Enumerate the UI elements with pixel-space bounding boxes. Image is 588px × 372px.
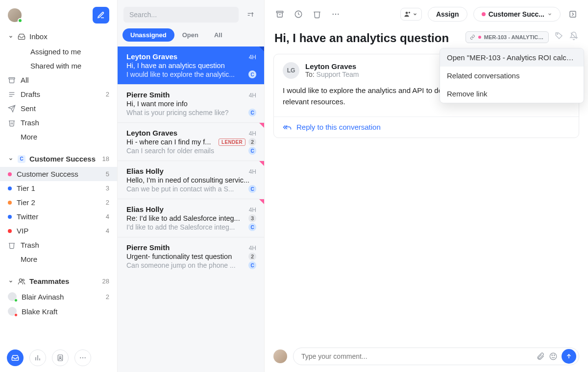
snooze-button[interactable] <box>292 8 305 21</box>
tab-open[interactable]: Open <box>174 28 206 42</box>
chevron-down-icon <box>8 279 14 284</box>
sidebar-item-cs-twitter[interactable]: Twitter4 <box>0 209 117 224</box>
sidebar-item-shared[interactable]: Shared with me <box>0 59 117 73</box>
reply-button[interactable]: Reply to this conversation <box>274 116 579 138</box>
sidebar-item-sent[interactable]: Sent <box>0 101 117 116</box>
chevron-down-icon <box>547 12 552 17</box>
svg-point-14 <box>82 357 83 358</box>
contacts-button[interactable] <box>52 349 69 366</box>
sidebar-item-all[interactable]: All <box>0 73 117 87</box>
thread-count: 3 <box>248 214 256 222</box>
assignee-dropdown[interactable] <box>400 8 422 21</box>
color-dot-icon <box>8 186 12 190</box>
thread-from: Leyton Graves <box>126 52 177 61</box>
more-icon <box>331 10 340 19</box>
channel-badge: C <box>248 109 256 116</box>
drafts-icon <box>8 91 16 98</box>
sidebar-section-inbox[interactable]: Inbox <box>0 28 117 45</box>
inbox-button[interactable] <box>7 349 24 366</box>
comment-input[interactable] <box>301 352 557 360</box>
sidebar-item-teammate[interactable]: Blake Kraft <box>0 304 117 319</box>
sidebar-section-customer-success[interactable]: C Customer Success 18 <box>0 151 117 167</box>
trash-icon <box>8 119 16 127</box>
sidebar-item-cs-vip[interactable]: VIP4 <box>0 224 117 238</box>
thread-from: Pierre Smith <box>126 243 170 252</box>
expand-button[interactable] <box>566 8 579 21</box>
svg-point-6 <box>19 279 22 281</box>
sidebar-item-trash[interactable]: Trash <box>0 116 117 130</box>
sidebar-item-cs-trash[interactable]: Trash <box>0 238 117 252</box>
trash-icon <box>313 10 321 19</box>
analytics-button[interactable] <box>29 349 46 366</box>
archive-button[interactable] <box>273 8 286 21</box>
sort-button[interactable] <box>243 7 258 23</box>
compose-button[interactable] <box>93 7 109 23</box>
channel-badge: C <box>248 147 256 155</box>
more-button[interactable] <box>74 349 91 366</box>
svg-point-7 <box>22 279 24 281</box>
search-input[interactable] <box>123 7 239 23</box>
sidebar-item-cs-tier-1[interactable]: Tier 13 <box>0 181 117 195</box>
linked-item-pill[interactable]: MER-103 - ANALYTICS R... <box>466 31 549 43</box>
send-button[interactable] <box>562 349 576 364</box>
thread-time: 4H <box>249 54 256 61</box>
toolbar-more-button[interactable] <box>329 8 342 21</box>
sidebar-bottom-bar <box>0 344 117 372</box>
sidebar-item-more[interactable]: More <box>0 130 117 144</box>
sent-icon <box>8 105 16 113</box>
inbox-selector[interactable]: Customer Succ... <box>473 7 561 22</box>
color-dot-icon <box>8 172 12 176</box>
sidebar-item-cs-more[interactable]: More <box>0 252 117 266</box>
inbox-icon <box>18 33 25 41</box>
thread-preview: Can someone jump on the phone ... <box>126 261 245 269</box>
dropdown-item-open[interactable]: Open "MER-103 - Analytics ROI calculat..… <box>440 48 584 67</box>
link-icon <box>470 34 475 40</box>
svg-point-24 <box>406 12 408 14</box>
delete-button[interactable] <box>311 8 323 21</box>
sidebar-item-cs-customer-success[interactable]: Customer Success5 <box>0 167 117 181</box>
subscribe-button[interactable] <box>569 31 578 40</box>
svg-point-27 <box>557 34 558 35</box>
archive-icon <box>275 10 284 19</box>
inbox-icon <box>11 354 19 362</box>
channel-badge: C <box>248 223 256 231</box>
dropdown-item-related[interactable]: Related conversations <box>440 67 584 85</box>
inbox-label: Inbox <box>29 32 109 41</box>
thread-time: 4H <box>249 130 256 137</box>
thread-preview: I would like to explore the analytic... <box>126 70 245 78</box>
thread-item[interactable]: Pierre Smith4HHi, I want more infoWhat i… <box>118 84 264 122</box>
channel-badge: C <box>248 70 256 78</box>
thread-item[interactable]: Leyton Graves4HHi, I have an analytics q… <box>118 46 264 84</box>
send-icon <box>565 353 572 360</box>
tag-button[interactable] <box>555 31 564 40</box>
sidebar-item-cs-tier-2[interactable]: Tier 22 <box>0 195 117 209</box>
sidebar-item-teammate[interactable]: Blair Avinash2 <box>0 289 117 304</box>
thread-preview: Can I search for older emails <box>126 147 245 155</box>
svg-point-29 <box>550 353 557 360</box>
attachment-icon[interactable] <box>536 352 545 361</box>
flag-corner-icon <box>259 161 264 166</box>
sidebar: Inbox Assigned to me Shared with me All … <box>0 0 118 372</box>
sidebar-section-teammates[interactable]: Teammates 28 <box>0 273 117 289</box>
emoji-icon[interactable] <box>549 352 558 361</box>
thread-preview: What is your pricing scheme like? <box>126 109 245 116</box>
reply-all-icon <box>283 123 292 132</box>
thread-item[interactable]: Elias Holly4HHello, I'm in need of consu… <box>118 161 264 199</box>
svg-point-12 <box>59 356 61 358</box>
thread-item[interactable]: Leyton Graves4HHi - where can I find my … <box>118 122 264 161</box>
dropdown-item-remove[interactable]: Remove link <box>440 85 584 103</box>
workspace-avatar[interactable] <box>8 8 22 22</box>
thread-preview: Can we be put in contact with a S... <box>126 185 245 193</box>
sidebar-item-drafts[interactable]: Drafts 2 <box>0 87 117 101</box>
thread-item[interactable]: Elias Holly4HRe: I'd like to add Salesfo… <box>118 199 264 237</box>
thread-item[interactable]: Pierre Smith4HUrgent- functionality test… <box>118 237 264 275</box>
comment-composer <box>265 341 588 372</box>
tab-unassigned[interactable]: Unassigned <box>122 28 174 42</box>
svg-point-23 <box>338 14 339 15</box>
sidebar-item-assigned[interactable]: Assigned to me <box>0 45 117 59</box>
assign-button[interactable]: Assign <box>428 7 467 22</box>
tab-all[interactable]: All <box>206 28 230 42</box>
svg-point-15 <box>85 357 86 358</box>
svg-point-30 <box>552 355 553 356</box>
flag-corner-icon <box>259 123 264 128</box>
